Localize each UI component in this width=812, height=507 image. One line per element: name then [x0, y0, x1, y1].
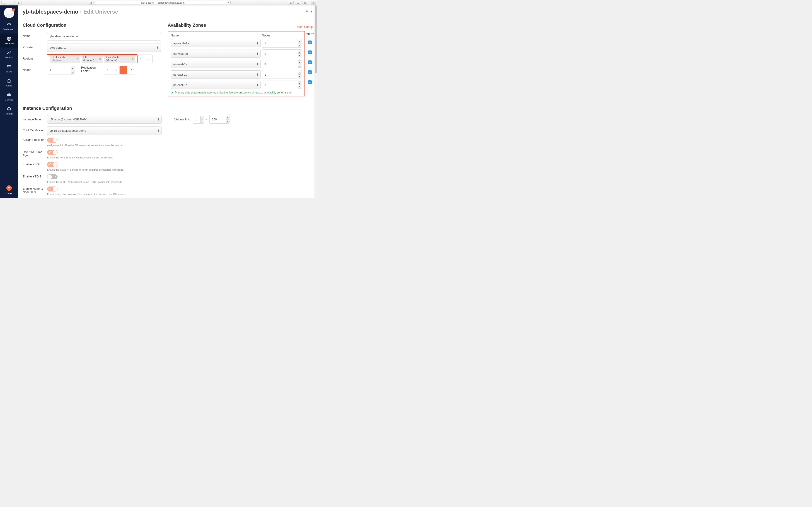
name-input[interactable] [47, 32, 161, 41]
sidebar-item-metrics[interactable]: Metrics [0, 48, 18, 62]
az-nodes-stepper[interactable]: 1 ▲▼ [262, 39, 302, 48]
select-arrows-icon: ▲▼ [256, 42, 258, 45]
az-nodes-stepper[interactable]: 1 ▲▼ [262, 70, 302, 79]
preferred-checkbox[interactable] [308, 70, 312, 74]
stepper-up-icon[interactable]: ▲ [226, 116, 229, 119]
tabs-button[interactable] [302, 1, 308, 5]
reset-config-link[interactable]: Reset Config [296, 25, 313, 29]
stepper-down-icon[interactable]: ▼ [298, 54, 301, 57]
select-arrows-icon: ▲▼ [157, 129, 159, 132]
select-arrows-icon: ▲▼ [157, 46, 159, 49]
scrollbar-thumb[interactable] [315, 5, 317, 73]
user-menu[interactable]: ▼ [305, 10, 313, 14]
rf-label: Replication Factor [81, 66, 101, 73]
root-cert-select[interactable]: yb-15-yb-tablespaces-demo ▲▼ [47, 126, 161, 135]
provider-label: Provider [23, 43, 47, 49]
shield-button[interactable] [88, 1, 94, 5]
sidebar-item-admin[interactable]: Admin [0, 104, 18, 118]
az-name-select[interactable]: us-east-1a ▲▼ [171, 60, 261, 68]
volume-size-stepper[interactable]: 250 ▲▼ [209, 115, 230, 124]
toggle-switch[interactable] [47, 186, 58, 191]
scrollbar[interactable] [314, 5, 317, 198]
toggle-label: Enable YEDIS [23, 174, 47, 178]
stepper-up-icon[interactable]: ▲ [298, 50, 301, 54]
preferred-checkbox[interactable] [308, 51, 312, 54]
rf-option-3[interactable]: 3 [112, 66, 119, 74]
region-tag: EU (London)× [82, 55, 103, 63]
toggle-switch[interactable] [47, 137, 58, 143]
sidebar-item-tasks[interactable]: Tasks [0, 62, 18, 75]
rf-button-group: 1 3 5 7 [104, 66, 135, 74]
preferred-checkbox[interactable] [308, 41, 312, 44]
toggle-label: Assign Public IP [23, 137, 47, 142]
sidebar-item-dashboard[interactable]: Dashboard [0, 19, 18, 34]
nodes-stepper[interactable]: 7 ▲▼ [47, 66, 75, 74]
toggle-switch[interactable] [47, 150, 58, 155]
forward-button[interactable] [9, 1, 14, 5]
region-tag: Asia Pacific (Mumbai)× [104, 55, 136, 63]
stepper-up-icon[interactable]: ▲ [298, 60, 301, 64]
remove-region-icon[interactable]: × [132, 57, 134, 60]
cloud-icon [7, 92, 11, 97]
az-nodes-stepper[interactable]: 1 ▲▼ [262, 80, 302, 89]
sidebar-item-configs[interactable]: Configs [0, 90, 18, 104]
breadcrumb-title[interactable]: yb-tablespaces-demo [23, 9, 78, 15]
remove-region-icon[interactable]: × [99, 57, 101, 60]
regions-label: Regions [23, 55, 47, 60]
rf-option-1[interactable]: 1 [104, 66, 112, 74]
address-text: Not Secure — portal.dev.yugabyte.com [141, 1, 185, 4]
stepper-down-icon[interactable]: ▼ [298, 74, 301, 78]
stepper-up-icon[interactable]: ▲ [71, 66, 74, 70]
sidebar-item-universes[interactable]: Universes [0, 34, 18, 48]
rf-option-5[interactable]: 5 [119, 66, 127, 74]
dashboard-icon [7, 22, 11, 27]
stepper-down-icon[interactable]: ▼ [298, 64, 301, 68]
address-bar[interactable]: Not Secure — portal.dev.yugabyte.com ⟳ [95, 1, 231, 5]
regions-select[interactable]: US East (N. Virginia)× EU (London)× Asia… [48, 55, 137, 62]
stepper-up-icon[interactable]: ▲ [200, 116, 203, 119]
regions-dropdown-icon[interactable]: ⌄ [144, 57, 152, 61]
caret-down-icon: ▼ [310, 10, 313, 13]
logo[interactable] [4, 8, 14, 18]
stepper-down-icon[interactable]: ▼ [200, 119, 203, 123]
stepper-up-icon[interactable]: ▲ [298, 40, 301, 43]
new-tab-button[interactable]: + [311, 1, 316, 5]
instance-config-heading: Instance Configuration [23, 106, 313, 111]
download-button[interactable] [288, 1, 294, 5]
rf-option-7[interactable]: 7 [127, 66, 135, 74]
svg-rect-0 [18, 2, 20, 3]
sidebar-item-alerts[interactable]: Alerts [0, 75, 18, 90]
sidebar-item-help[interactable]: ? Help [0, 183, 18, 198]
az-nodes-stepper[interactable]: 1 ▲▼ [262, 49, 302, 58]
az-name-select[interactable]: us-east-1c ▲▼ [171, 81, 261, 89]
toggle-switch[interactable]: × [47, 174, 58, 179]
provider-select[interactable]: aws-portal-1 ▲▼ [47, 43, 161, 52]
preferred-checkbox[interactable] [308, 60, 312, 64]
az-name-select[interactable]: ap-south-1a ▲▼ [171, 39, 261, 47]
stepper-down-icon[interactable]: ▼ [298, 43, 301, 47]
toggle-switch[interactable] [47, 162, 58, 167]
sidebar-toggle-button[interactable] [16, 1, 22, 5]
stepper-down-icon[interactable]: ▼ [226, 119, 229, 123]
toggle-help-text: Enable the YEDIS API endpoint to run RED… [47, 181, 123, 183]
select-arrows-icon: ▲▼ [256, 52, 258, 55]
stepper-up-icon[interactable]: ▲ [298, 71, 301, 74]
remove-region-icon[interactable]: × [77, 57, 79, 60]
stepper-down-icon[interactable]: ▼ [71, 70, 74, 74]
volume-count-stepper[interactable]: 1 ▲▼ [193, 115, 204, 124]
help-icon: ? [6, 185, 12, 191]
clear-regions-icon[interactable]: × [137, 57, 144, 61]
back-button[interactable] [1, 1, 7, 5]
reload-icon[interactable]: ⟳ [227, 1, 229, 4]
az-name-select[interactable]: us-east-1b ▲▼ [171, 70, 261, 78]
stepper-up-icon[interactable]: ▲ [298, 81, 301, 85]
az-name-header: Name [171, 34, 262, 37]
az-nodes-stepper[interactable]: 3 ▲▼ [262, 60, 302, 68]
share-button[interactable] [295, 1, 301, 5]
instance-type-select[interactable]: c5.large (2 cores, 4GB RAM) ▲▼ [47, 115, 161, 124]
svg-point-12 [7, 66, 8, 67]
az-name-select[interactable]: eu-west-2c ▲▼ [171, 50, 261, 58]
stepper-down-icon[interactable]: ▼ [298, 85, 301, 89]
preferred-checkbox[interactable] [308, 80, 312, 84]
sidebar: Dashboard Universes Metrics Tasks Alerts… [0, 5, 18, 198]
